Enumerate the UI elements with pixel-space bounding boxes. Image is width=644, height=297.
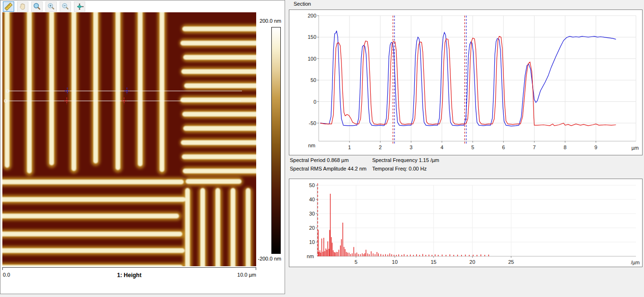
svg-text:10: 10 xyxy=(392,259,398,265)
svg-text:0: 0 xyxy=(313,99,316,105)
svg-text:7: 7 xyxy=(533,144,536,150)
svg-text:nm: nm xyxy=(308,143,315,148)
svg-text:2: 2 xyxy=(379,144,382,150)
spectral-rms-label: Spectral RMS Amplitude 44.2 nm xyxy=(290,166,367,171)
pan-hand-icon xyxy=(18,2,27,11)
image-toolbar xyxy=(3,1,85,12)
spectrum-chart[interactable]: 1020304050510152025nm/µm xyxy=(289,179,643,267)
section-profile-plot[interactable]: 200150100500-50123456789nmµm xyxy=(289,10,642,155)
svg-text:µm: µm xyxy=(631,145,639,151)
svg-text:200: 200 xyxy=(308,13,316,18)
image-panel: 200.0 nm -200.0 nm 0.0 1: Height 10.0 µm xyxy=(0,0,285,294)
section-profile-chart[interactable]: 200150100500-50123456789nmµm xyxy=(289,9,643,155)
svg-text:25: 25 xyxy=(508,259,514,265)
zoom-out-icon xyxy=(61,2,70,11)
section-chart-title: Section xyxy=(294,1,311,7)
zoom-in-button[interactable] xyxy=(45,1,57,12)
afm-height-image[interactable] xyxy=(2,12,256,266)
magnifier-icon xyxy=(33,2,41,11)
svg-text:20: 20 xyxy=(469,259,475,265)
svg-text:9: 9 xyxy=(594,144,597,150)
svg-text:1: 1 xyxy=(348,144,351,150)
svg-text:100: 100 xyxy=(308,56,316,62)
color-scale-min-label: -200.0 nm xyxy=(236,256,281,261)
svg-text:/µm: /µm xyxy=(631,260,640,265)
color-scale-max-label: 200.0 nm xyxy=(236,18,281,24)
svg-text:4: 4 xyxy=(440,144,443,150)
ruler-button[interactable] xyxy=(3,1,14,12)
svg-text:30: 30 xyxy=(309,211,315,216)
svg-text:8: 8 xyxy=(564,144,566,150)
svg-text:-50: -50 xyxy=(309,120,316,126)
zoom-out-button[interactable] xyxy=(60,1,71,12)
ruler-icon xyxy=(4,2,13,11)
svg-text:6: 6 xyxy=(502,144,505,150)
svg-text:20: 20 xyxy=(309,225,315,231)
svg-text:3: 3 xyxy=(410,144,412,150)
svg-text:40: 40 xyxy=(309,197,315,202)
image-axis-max-label: 10.0 µm xyxy=(2,272,256,278)
svg-text:5: 5 xyxy=(355,259,358,265)
spectral-period-label: Spectral Period 0.868 µm xyxy=(290,157,349,163)
temporal-freq-label: Temporal Freq: 0.00 Hz xyxy=(372,166,427,171)
afm-analysis-window: { "section_panel": { "title": "Section" … xyxy=(0,0,644,297)
pan-hand-button[interactable] xyxy=(17,1,28,12)
svg-text:50: 50 xyxy=(309,182,315,188)
svg-text:150: 150 xyxy=(308,34,316,40)
image-width-bracket xyxy=(2,267,256,270)
svg-text:15: 15 xyxy=(430,259,436,265)
svg-text:5: 5 xyxy=(471,144,474,150)
svg-text:50: 50 xyxy=(311,77,316,83)
svg-text:nm: nm xyxy=(307,253,314,259)
svg-text:10: 10 xyxy=(309,239,315,245)
spectral-frequency-label: Spectral Frequency 1.15 /µm xyxy=(372,157,439,163)
offset-box-button[interactable] xyxy=(74,1,85,12)
zoom-in-icon xyxy=(47,2,55,11)
offset-box-icon xyxy=(75,2,84,11)
spectrum-plot[interactable]: 1020304050510152025nm/µm xyxy=(289,179,642,267)
color-scale-bar xyxy=(271,27,281,254)
magnifier-button[interactable] xyxy=(31,1,43,12)
